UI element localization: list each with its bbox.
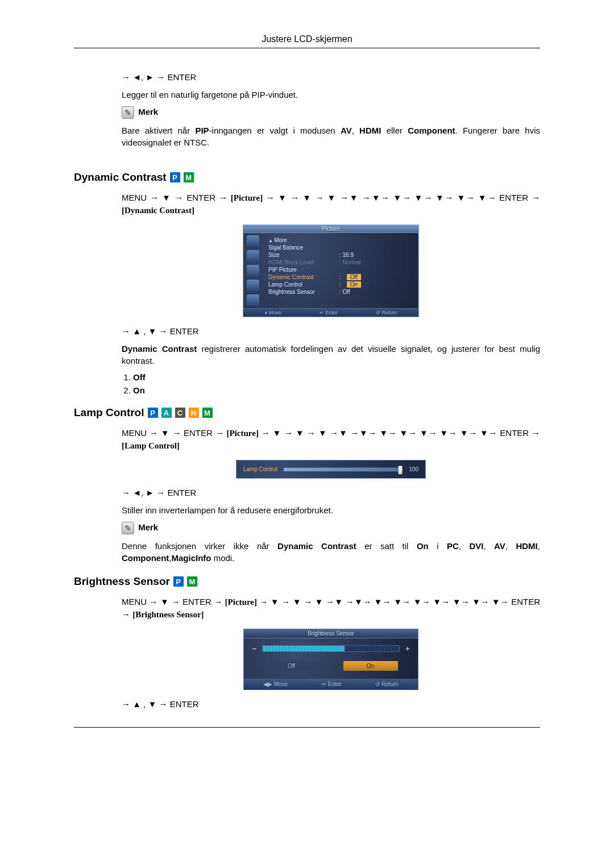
badge-a-icon: A (161, 408, 172, 418)
t: MENU → ▼ → ENTER → (122, 597, 225, 607)
t: modi. (211, 553, 235, 563)
heading-text: Lamp Control (74, 406, 144, 419)
kw-pc: PC (447, 541, 459, 551)
badge-m-icon: M (187, 576, 197, 587)
bracket-lc: [Lamp Control] (122, 441, 180, 450)
note-label: Merk (138, 107, 158, 117)
kw-dvi: DVI (469, 541, 483, 551)
osd-size-val: : 16:9 (339, 252, 354, 258)
osd-bright-val: : Off (339, 289, 350, 295)
osd-pip: PIP Picture (268, 267, 334, 273)
osd-row: More (268, 236, 413, 244)
t: Enter (325, 310, 338, 315)
heading-brightness-sensor: Brightness Sensor P M (74, 575, 540, 588)
badge-m-icon: M (202, 408, 213, 418)
osd-body: More Sigal Balance Size: 16:9 HDMI Black… (243, 233, 418, 308)
osd-dc-val: Off (347, 274, 361, 280)
kw-dc: Dynamic Contrast (277, 541, 356, 551)
t: Enter (328, 681, 342, 687)
page-header-title: Justere LCD-skjermen (74, 34, 540, 44)
plus-icon: + (405, 644, 410, 653)
osd-screenshot-picture: Picture More Sigal Balance Size: 16:9 HD… (243, 225, 419, 317)
note-text: Bare aktivert når PIP-inngangen er valgt… (122, 124, 540, 148)
osd-tab-icon (247, 265, 259, 276)
osd-iconcol (243, 233, 263, 308)
option-on: On (133, 385, 540, 395)
t: er satt til (356, 541, 417, 551)
bracket-picture: [Picture] (231, 193, 263, 202)
note: Merk (122, 522, 540, 534)
badge-p-icon: P (148, 408, 158, 418)
osd-row: Lamp Control: On (268, 281, 413, 288)
t: Move (269, 310, 281, 315)
bracket-picture: [Picture] (227, 429, 259, 438)
t: : (339, 274, 341, 280)
osd-body: − + Off On (243, 638, 418, 679)
badge-m-icon: M (184, 172, 194, 182)
t: i (429, 541, 447, 551)
sensor-track (262, 645, 400, 652)
osd-foot-move: ♦ Move (265, 310, 281, 315)
t: MENU → ▼ → ENTER → (122, 428, 227, 438)
osd-tab-icon (247, 294, 259, 306)
t: Bare aktivert når (122, 126, 195, 135)
slider-value: 100 (409, 466, 418, 472)
osd-row: HDMI Black Level: Normal (268, 259, 413, 266)
osd-footer: ♦ Move ↵ Enter ↺ Return (243, 308, 418, 317)
osd-row: Sigal Balance (268, 244, 413, 251)
osd-lamp: Lamp Control (268, 281, 334, 288)
t: eller (381, 126, 408, 135)
osd-menu: More Sigal Balance Size: 16:9 HDMI Black… (263, 233, 418, 308)
t: → ▼ → ▼ → ▼ →▼ →▼→ ▼→ ▼→ ▼→ ▼→ ▼→ ▼→ ENT… (259, 428, 540, 438)
osd-dc: Dynamic Contrast (268, 274, 334, 280)
nav-sequence: → ◄, ► → ENTER (122, 487, 540, 499)
osd-tab-icon (247, 250, 259, 261)
nav-sequence: MENU → ▼ → ENTER → [Picture] → ▼ → ▼ → ▼… (122, 427, 540, 452)
osd-row: Size: 16:9 (268, 251, 413, 259)
osd-tab-icon (247, 280, 259, 291)
t: Denne funksjonen virker ikke når (122, 541, 277, 551)
option-off: Off (133, 372, 540, 382)
t: -inngangen er valgt i modusen (209, 126, 341, 135)
t: Move (274, 681, 288, 687)
t: , (505, 541, 516, 551)
sensor-bar: − + (252, 644, 410, 653)
osd-size: Size (268, 252, 334, 258)
osd-tab-icon (247, 235, 259, 247)
bracket-bs: [Brightness Sensor] (132, 610, 204, 619)
t: On (133, 385, 145, 395)
kw-magicinfo: MagicInfo (172, 553, 211, 563)
osd-bright: Brightness Sensor (268, 289, 334, 295)
bracket-picture: [Picture] (225, 597, 257, 607)
osd-more: More (268, 237, 334, 243)
bracket-dc: [Dynamic Contrast] (122, 206, 194, 215)
kw-hdmi: HDMI (359, 126, 381, 135)
nav-sequence: → ▲ , ▼ → ENTER (122, 325, 540, 337)
osd-row-selected: Dynamic Contrast: Off (268, 273, 413, 281)
osd-screenshot-brightness-sensor: Brightness Sensor − + Off On ◀▶ Move ↵ E… (243, 629, 418, 690)
osd-title: Brightness Sensor (243, 629, 418, 638)
osd-hbl-val: : Normal (339, 259, 361, 265)
note-icon (122, 106, 134, 119)
nav-sequence: MENU → ▼ → ENTER → [Picture] → ▼ → ▼ → ▼… (122, 596, 540, 621)
intro-block: → ◄, ► → ENTER Legger til en naturlig fa… (122, 71, 540, 148)
section-brightness-sensor: Brightness Sensor P M MENU → ▼ → ENTER →… (74, 575, 540, 710)
heading-text: Dynamic Contrast (74, 171, 167, 184)
kw-on: On (417, 541, 429, 551)
kw-component: Component (408, 126, 455, 135)
osd-foot-return: ↺ Return (376, 310, 397, 315)
t: , (459, 541, 470, 551)
osd-title: Picture (243, 225, 418, 233)
note-label: Merk (138, 522, 158, 532)
badge-p-icon: P (173, 576, 184, 587)
heading-text: Brightness Sensor (74, 575, 170, 588)
option-row: Off On (252, 661, 410, 671)
t: → ▼ → ▼ → ▼ →▼ →▼→ ▼→ ▼→ ▼→ ▼→ ▼→ ENTER … (263, 193, 540, 202)
osd-foot-enter: ↵ Enter (320, 310, 338, 315)
t: , (483, 541, 494, 551)
page: Justere LCD-skjermen → ◄, ► → ENTER Legg… (0, 0, 614, 868)
t: Return (381, 681, 399, 687)
t: MENU → ▼ → ENTER → (122, 193, 231, 202)
lc-description: Stiller inn inverterlampen for å reduser… (122, 504, 540, 516)
note-icon (122, 522, 134, 534)
